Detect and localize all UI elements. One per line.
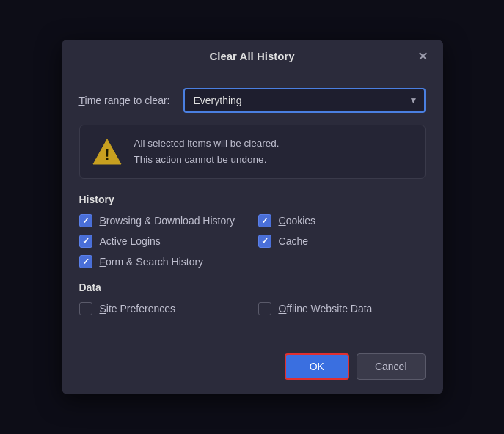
checkbox-site-prefs: Site Preferences	[79, 302, 246, 315]
dialog-overlay: Clear All History ✕ Time range to clear:…	[0, 0, 504, 434]
time-range-label: Time range to clear:	[79, 95, 175, 106]
checkbox-offline-data: Offline Website Data	[258, 302, 426, 315]
warning-icon: !	[92, 136, 123, 167]
checkbox-form-search-input[interactable]: ✓	[79, 255, 92, 268]
time-range-row: Time range to clear: Everything Last Hou…	[79, 88, 426, 113]
ok-button[interactable]: OK	[285, 353, 349, 380]
data-section: Data Site Preferences Offline Website Da…	[79, 282, 426, 315]
warning-text: All selected items will be cleared. This…	[134, 136, 280, 167]
cancel-button[interactable]: Cancel	[357, 353, 426, 380]
data-checkboxes: Site Preferences Offline Website Data	[79, 302, 426, 315]
checkbox-cache-input[interactable]: ✓	[258, 235, 271, 248]
dialog-title: Clear All History	[209, 50, 294, 62]
checkbox-active-logins-input[interactable]: ✓	[79, 235, 92, 248]
data-section-title: Data	[79, 282, 426, 293]
dialog-titlebar: Clear All History ✕	[62, 40, 443, 73]
checkbox-form-search: ✓ Form & Search History	[79, 255, 246, 268]
checkbox-cookies-label[interactable]: Cookies	[279, 215, 316, 227]
history-section-title: History	[79, 194, 426, 205]
time-range-select[interactable]: Everything Last Hour Last Two Hours Last…	[183, 88, 426, 113]
time-range-select-wrapper: Everything Last Hour Last Two Hours Last…	[183, 88, 426, 113]
svg-text:!: !	[104, 145, 109, 163]
checkbox-form-search-label[interactable]: Form & Search History	[100, 256, 204, 268]
dialog-body: Time range to clear: Everything Last Hou…	[62, 73, 443, 342]
checkbox-offline-data-input[interactable]	[258, 302, 271, 315]
checkbox-active-logins: ✓ Active Logins	[79, 235, 246, 248]
clear-history-dialog: Clear All History ✕ Time range to clear:…	[62, 40, 443, 394]
checkbox-cache: ✓ Cache	[258, 235, 426, 248]
checkbox-active-logins-label[interactable]: Active Logins	[100, 235, 161, 247]
checkbox-browsing-label[interactable]: Browsing & Download History	[100, 215, 235, 227]
checkbox-cache-label[interactable]: Cache	[279, 235, 309, 247]
checkbox-browsing-input[interactable]: ✓	[79, 214, 92, 227]
close-button[interactable]: ✕	[413, 48, 433, 65]
checkbox-cookies-input[interactable]: ✓	[258, 214, 271, 227]
checkbox-site-prefs-label[interactable]: Site Preferences	[100, 303, 176, 315]
checkbox-site-prefs-input[interactable]	[79, 302, 92, 315]
dialog-footer: OK Cancel	[62, 343, 443, 394]
checkbox-cookies: ✓ Cookies	[258, 214, 426, 227]
checkbox-offline-data-label[interactable]: Offline Website Data	[279, 303, 373, 315]
history-section: History ✓ Browsing & Download History ✓ …	[79, 194, 426, 268]
history-checkboxes: ✓ Browsing & Download History ✓ Cookies …	[79, 214, 426, 268]
checkbox-browsing: ✓ Browsing & Download History	[79, 214, 246, 227]
warning-box: ! All selected items will be cleared. Th…	[79, 125, 426, 178]
